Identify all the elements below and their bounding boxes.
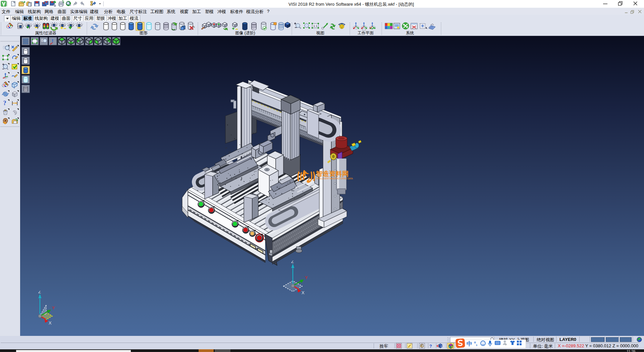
svg-text:系统: 系统 bbox=[406, 31, 414, 35]
svg-text:1:1: 1:1 bbox=[313, 24, 318, 28]
svg-text:X: X bbox=[49, 320, 52, 325]
svg-text:?: ? bbox=[3, 100, 6, 106]
svg-text:Y: Y bbox=[52, 305, 55, 310]
svg-text:X: X bbox=[302, 290, 305, 295]
svg-text:工作平面: 工作平面 bbox=[358, 31, 374, 35]
svg-text:°,: °, bbox=[474, 341, 477, 346]
svg-text:7: 7 bbox=[505, 343, 507, 346]
svg-text:?: ? bbox=[429, 344, 432, 349]
svg-text:中: 中 bbox=[467, 341, 472, 347]
svg-text:智造资料网: 智造资料网 bbox=[316, 170, 349, 177]
svg-text:Z: Z bbox=[291, 261, 294, 264]
svg-text:属性/过滤器: 属性/过滤器 bbox=[35, 31, 56, 35]
svg-text:图像 (进阶): 图像 (进阶) bbox=[235, 31, 255, 35]
svg-text:INTELLIGENT MANUFACTURING DATA: INTELLIGENT MANUFACTURING DATA bbox=[316, 177, 353, 180]
svg-text:视图: 视图 bbox=[316, 31, 324, 35]
svg-text:图形: 图形 bbox=[140, 31, 148, 35]
svg-text:Y: Y bbox=[305, 275, 308, 280]
svg-text:Z: Z bbox=[38, 291, 41, 294]
